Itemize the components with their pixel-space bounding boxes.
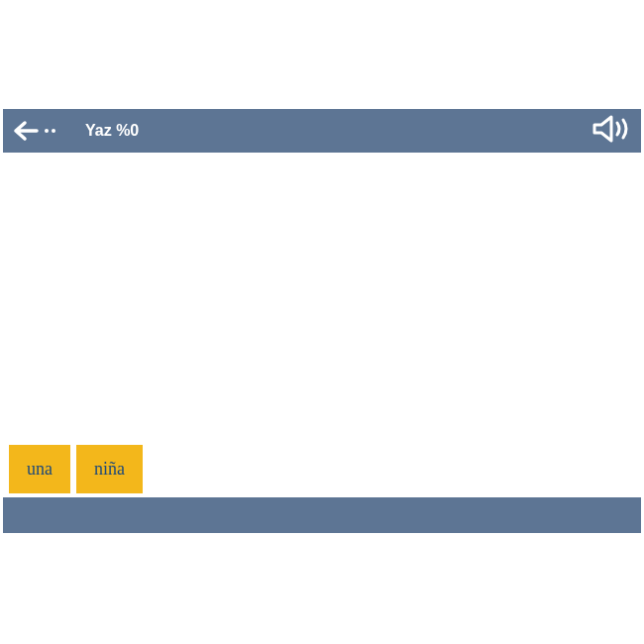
speaker-icon bbox=[591, 114, 631, 144]
speaker-button[interactable] bbox=[591, 114, 631, 148]
page-title: Yaz %0 bbox=[85, 122, 139, 140]
main-area: una niña bbox=[3, 153, 641, 497]
menu-dots-icon bbox=[45, 129, 55, 133]
header-bar: Yaz %0 bbox=[3, 109, 641, 153]
word-chip-una[interactable]: una bbox=[9, 445, 70, 493]
word-bank: una niña bbox=[3, 445, 149, 497]
app-container: Yaz %0 una niña bbox=[3, 109, 641, 541]
back-arrow-icon bbox=[13, 119, 41, 143]
back-button[interactable] bbox=[13, 119, 55, 143]
answer-bar[interactable] bbox=[3, 497, 641, 533]
word-chip-nina[interactable]: niña bbox=[76, 445, 143, 493]
footer-gap bbox=[3, 533, 641, 541]
